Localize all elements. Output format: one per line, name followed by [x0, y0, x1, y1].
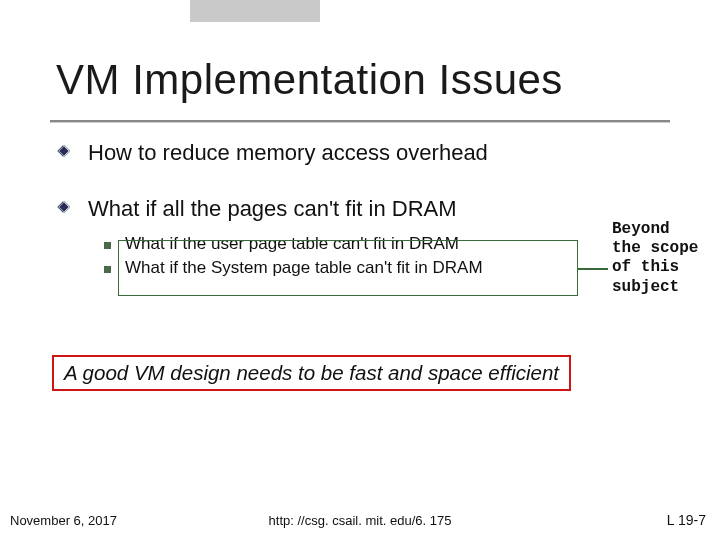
callout-frame [118, 240, 578, 296]
title-underline [50, 120, 670, 122]
bullet-1-text: How to reduce memory access overhead [88, 140, 488, 166]
footer-url: http: //csg. csail. mit. edu/6. 175 [0, 513, 720, 528]
square-icon [104, 266, 111, 273]
diamond-icon [56, 144, 78, 166]
slide: VM Implementation Issues How to reduce m… [0, 0, 720, 540]
callout-connector [578, 268, 608, 270]
emphasis-text: A good VM design needs to be fast and sp… [64, 361, 559, 384]
slide-title: VM Implementation Issues [56, 56, 700, 104]
callout-text: Beyond the scope of this subject [612, 220, 698, 297]
square-icon [104, 242, 111, 249]
footer-page: L 19-7 [667, 512, 706, 528]
diamond-icon [56, 200, 78, 222]
bullet-1: How to reduce memory access overhead [56, 140, 676, 166]
top-placeholder [190, 0, 320, 22]
bullet-2: What if all the pages can't fit in DRAM [56, 196, 676, 222]
emphasis-box: A good VM design needs to be fast and sp… [52, 355, 571, 391]
bullet-2-text: What if all the pages can't fit in DRAM [88, 196, 457, 222]
